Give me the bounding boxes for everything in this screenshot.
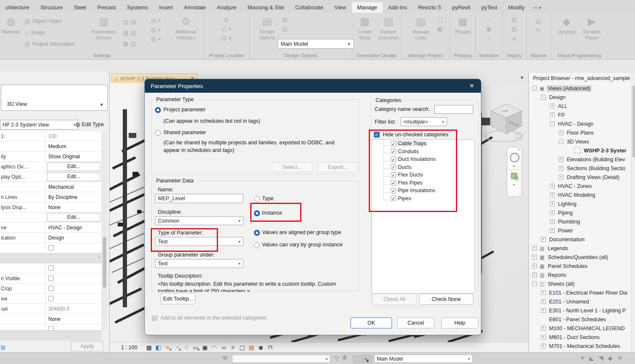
category-checkbox[interactable] — [391, 196, 396, 201]
phases-button[interactable]: ▦ Phases — [451, 15, 474, 35]
tree-item-label[interactable]: ALL — [557, 103, 569, 110]
explore-outcomes-button[interactable]: ▧ Explore Outcomes — [377, 15, 400, 41]
type-radio-label[interactable]: Type — [262, 196, 273, 201]
expand-icon[interactable]: + — [550, 228, 555, 233]
property-checkbox[interactable] — [48, 276, 54, 281]
additional-settings-button[interactable]: ⚙ Additional Settings ▾ — [170, 15, 202, 41]
close-icon[interactable]: ✕ — [469, 83, 474, 89]
tree-item[interactable]: −▣Views (Advanced) — [529, 84, 635, 93]
select-arrow-toggle[interactable]: ↘ — [363, 355, 373, 363]
underlay-elements-icon[interactable]: ✳ — [617, 355, 622, 361]
add-to-all-checkbox[interactable] — [152, 315, 157, 321]
ribbon-tab-pyrevit[interactable]: pyRevit — [447, 2, 476, 13]
apply-button[interactable]: Apply — [71, 341, 103, 351]
crop-region-icon[interactable]: ▣ — [201, 344, 209, 351]
tree-item-label[interactable]: WSHP 2-3 Syster — [583, 147, 628, 154]
tree-item[interactable]: +E301 - North Level 1 - Lighting P — [529, 306, 635, 315]
chevron-down-icon[interactable]: ▾ — [513, 164, 515, 168]
tree-item-label[interactable]: M601 - Duct Sections — [548, 334, 601, 341]
tree-item-label[interactable]: HVAC - Zones — [557, 183, 593, 190]
dropdown-icon[interactable]: ▤ ▾ — [151, 36, 161, 42]
dynamo-player-button[interactable]: ▶ Dynamo Player — [578, 15, 605, 41]
expand-icon[interactable]: + — [532, 255, 537, 259]
tree-item-label[interactable]: Drafting Views (Detail) — [566, 174, 621, 181]
tree-item[interactable]: +FP — [529, 110, 635, 119]
tree-item[interactable]: E601 - Panel Schedules — [529, 315, 635, 324]
ribbon-display-toggle-icon[interactable]: ▭ ▾ — [530, 3, 545, 13]
position-icon[interactable]: ∠ ▾ — [221, 25, 231, 32]
mep-settings-icon[interactable]: ▩ — [123, 40, 128, 47]
category-row[interactable]: Ducts — [372, 163, 475, 171]
tree-item-label[interactable]: 3D Views — [566, 138, 591, 145]
properties-scrollbar[interactable] — [102, 131, 107, 330]
expand-icon[interactable]: + — [541, 326, 546, 331]
save-selection-icon[interactable]: ▫ — [488, 16, 490, 23]
tree-item-label[interactable]: E601 - Panel Schedules — [548, 316, 607, 323]
tree-item[interactable]: +E201 - Unnamed — [529, 297, 635, 306]
temporary-hide-icon[interactable]: ∞ — [219, 344, 228, 351]
tree-item-label[interactable]: E301 - North Level 1 - Lighting P — [548, 307, 627, 314]
manage-links-button[interactable]: ▨ Manage Links — [409, 15, 433, 41]
ribbon-tab-annotate[interactable]: Annotate — [178, 2, 211, 13]
tree-item-label[interactable]: Elevations (Building Elev — [566, 156, 627, 163]
property-value[interactable]: 304800.0 — [46, 306, 69, 312]
ribbon-tab-precast[interactable]: Precast — [92, 2, 121, 13]
links-selectable-icon[interactable]: ◆ — [608, 355, 613, 361]
manage-images-icon[interactable]: ▢ — [437, 16, 442, 23]
tree-item[interactable]: +▦Schedules/Quantities (all) — [529, 253, 635, 262]
tree-item[interactable]: +Power — [529, 226, 635, 235]
expand-icon[interactable]: + — [550, 104, 555, 108]
dialog-title-bar[interactable]: Parameter Properties ✕ — [145, 79, 481, 93]
type-selector[interactable]: 3D View ▼ — [1, 85, 108, 111]
properties-help-link[interactable]: lp — [1, 344, 5, 350]
tree-item-label[interactable]: M100 - MECHANICAL LEGEND — [548, 325, 626, 332]
expand-icon[interactable]: + — [541, 237, 546, 242]
property-value[interactable]: Mechanical — [46, 184, 74, 190]
expand-icon[interactable]: + — [550, 219, 555, 224]
values-vary-radio[interactable] — [254, 242, 260, 248]
tree-item[interactable]: +▥Reports — [529, 270, 635, 279]
measure-lock-icon[interactable]: ⊓ — [266, 344, 274, 351]
macro-security-icon[interactable]: ✎ — [536, 27, 541, 34]
ribbon-tab-insert[interactable]: Insert — [154, 2, 179, 13]
property-value[interactable]: HVAC - Design — [46, 225, 82, 231]
tree-item-label[interactable]: Floor Plans — [566, 130, 595, 136]
macro-tools[interactable]: ▤ ✎ — [536, 18, 541, 34]
settings-icon-grid[interactable]: ▤▨ ▦▧ ▩▥ — [122, 16, 137, 49]
category-checkbox[interactable] — [391, 149, 396, 154]
category-row[interactable]: Conduits — [372, 148, 475, 156]
tree-item[interactable]: WSHP 2-3 Syster — [529, 146, 635, 155]
tree-item[interactable]: +▦Panel Schedules — [529, 262, 635, 270]
property-checkbox[interactable] — [48, 265, 54, 271]
settings-dropdown-stack[interactable]: ▤ ▾ ▤ ▾ ▤ ▾ — [151, 17, 161, 42]
project-information-button[interactable]: ▥ Project Information — [25, 41, 75, 47]
category-checkbox[interactable] — [391, 157, 396, 162]
steering-wheel-icon[interactable] — [510, 153, 519, 162]
tree-item[interactable]: +E101 - Electrical Power Riser Dia — [529, 288, 635, 297]
tree-item-label[interactable]: Lighting — [557, 201, 578, 207]
pin-elements-icon[interactable]: ◥ — [599, 355, 603, 361]
hide-unchecked-label[interactable]: Hide un-checked categories — [383, 132, 448, 138]
category-checkbox[interactable] — [391, 164, 396, 170]
tree-item-label[interactable]: HVAC - Design — [557, 121, 595, 127]
locked-3d-icon[interactable]: ◠ — [210, 344, 218, 351]
export-button[interactable]: Export... — [318, 162, 358, 172]
filter-icon[interactable]: ▽ — [334, 355, 339, 361]
tree-item[interactable]: +▤Legends — [529, 244, 635, 253]
active-workset-dropdown[interactable]: ▾ — [232, 355, 330, 363]
ribbon-tab-revizto-5[interactable]: Revizto 5 — [412, 2, 446, 13]
property-value[interactable]: Design — [46, 235, 64, 241]
ribbon-tab-add-ins[interactable]: Add-Ins — [383, 2, 413, 13]
property-checkbox[interactable] — [48, 286, 54, 291]
dynamo-button[interactable]: ◆ Dynamo — [555, 15, 578, 35]
discipline-dropdown[interactable]: Common▾ — [155, 216, 243, 225]
tree-item[interactable]: +Plumbing — [529, 217, 635, 226]
category-label[interactable]: Cable Trays — [396, 141, 428, 146]
tree-item[interactable]: +Lighting — [529, 199, 635, 208]
tree-item[interactable]: +M100 - MECHANICAL LEGEND — [529, 324, 635, 333]
edit-selection-icon[interactable]: ▫ — [488, 35, 490, 41]
dropdown-icon[interactable]: ▤ ▾ — [151, 17, 161, 24]
tree-item[interactable]: −◫Sheets (all) — [529, 279, 635, 288]
editable-only-toggle[interactable] — [353, 355, 362, 363]
warnings-icon[interactable]: ▲ — [511, 35, 517, 41]
